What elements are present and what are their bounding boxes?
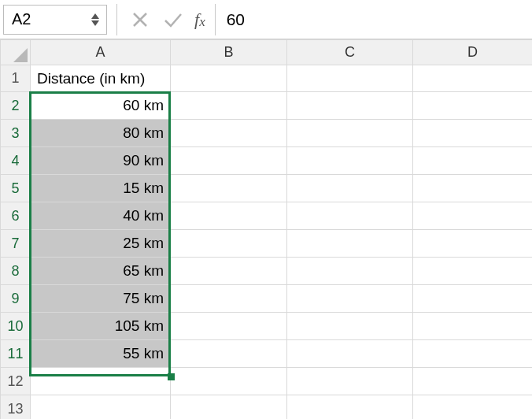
select-all-corner[interactable] bbox=[1, 40, 31, 65]
cell-D11[interactable] bbox=[413, 340, 533, 368]
cell-C4[interactable] bbox=[287, 147, 413, 175]
row-header-4[interactable]: 4 bbox=[1, 147, 31, 175]
row-header-12[interactable]: 12 bbox=[1, 368, 31, 395]
close-icon bbox=[131, 11, 149, 28]
cell-B9[interactable] bbox=[171, 285, 287, 313]
cell-A2[interactable]: 60 km bbox=[31, 92, 171, 120]
cell-D4[interactable] bbox=[413, 147, 533, 175]
cell-D1[interactable] bbox=[413, 65, 533, 92]
cell-B4[interactable] bbox=[171, 147, 287, 175]
cell-A7[interactable]: 25 km bbox=[31, 230, 171, 258]
formula-value: 60 bbox=[227, 10, 245, 28]
name-box[interactable]: A2 bbox=[3, 5, 107, 35]
cell-D9[interactable] bbox=[413, 285, 533, 313]
cell-B1[interactable] bbox=[171, 65, 287, 92]
cell-A11[interactable]: 55 km bbox=[31, 340, 171, 368]
cell-A10[interactable]: 105 km bbox=[31, 313, 171, 340]
row-header-3[interactable]: 3 bbox=[1, 120, 31, 147]
cell-D8[interactable] bbox=[413, 258, 533, 285]
cell-A12[interactable] bbox=[31, 368, 171, 395]
cell-D7[interactable] bbox=[413, 230, 533, 258]
row-header-1[interactable]: 1 bbox=[1, 65, 31, 92]
fx-label[interactable]: fx bbox=[194, 9, 205, 30]
row-header-13[interactable]: 13 bbox=[1, 395, 31, 420]
cell-C10[interactable] bbox=[287, 313, 413, 340]
confirm-button[interactable] bbox=[157, 4, 190, 35]
cell-A3[interactable]: 80 km bbox=[31, 120, 171, 147]
name-box-value: A2 bbox=[12, 10, 31, 28]
cell-A6[interactable]: 40 km bbox=[31, 202, 171, 230]
formula-bar: A2 fx 60 bbox=[0, 0, 532, 39]
cell-B13[interactable] bbox=[171, 395, 287, 420]
cell-D3[interactable] bbox=[413, 120, 533, 147]
cell-A9[interactable]: 75 km bbox=[31, 285, 171, 313]
cancel-button[interactable] bbox=[124, 4, 157, 35]
cell-D2[interactable] bbox=[413, 92, 533, 120]
row-header-8[interactable]: 8 bbox=[1, 258, 31, 285]
name-box-stepper[interactable] bbox=[91, 13, 100, 27]
row-header-2[interactable]: 2 bbox=[1, 92, 31, 120]
cell-B10[interactable] bbox=[171, 313, 287, 340]
cell-D13[interactable] bbox=[413, 395, 533, 420]
col-header-D[interactable]: D bbox=[413, 40, 533, 65]
cell-A8[interactable]: 65 km bbox=[31, 258, 171, 285]
row-header-11[interactable]: 11 bbox=[1, 340, 31, 368]
cell-C3[interactable] bbox=[287, 120, 413, 147]
svg-marker-1 bbox=[91, 20, 99, 26]
divider bbox=[116, 4, 117, 35]
cell-C7[interactable] bbox=[287, 230, 413, 258]
cell-C9[interactable] bbox=[287, 285, 413, 313]
fill-handle[interactable] bbox=[168, 373, 175, 380]
cell-C2[interactable] bbox=[287, 92, 413, 120]
cell-A1[interactable]: Distance (in km) bbox=[31, 65, 171, 92]
cell-B8[interactable] bbox=[171, 258, 287, 285]
check-icon bbox=[163, 11, 183, 28]
row-header-10[interactable]: 10 bbox=[1, 313, 31, 340]
cell-B3[interactable] bbox=[171, 120, 287, 147]
cell-C11[interactable] bbox=[287, 340, 413, 368]
cell-D10[interactable] bbox=[413, 313, 533, 340]
col-header-A[interactable]: A bbox=[31, 40, 171, 65]
cell-B12[interactable] bbox=[171, 368, 287, 395]
chevron-down-icon bbox=[91, 20, 100, 27]
cell-C5[interactable] bbox=[287, 175, 413, 202]
cell-B5[interactable] bbox=[171, 175, 287, 202]
cell-D12[interactable] bbox=[413, 368, 533, 395]
cell-B6[interactable] bbox=[171, 202, 287, 230]
cell-C1[interactable] bbox=[287, 65, 413, 92]
row-header-5[interactable]: 5 bbox=[1, 175, 31, 202]
col-header-B[interactable]: B bbox=[171, 40, 287, 65]
cell-B7[interactable] bbox=[171, 230, 287, 258]
col-header-C[interactable]: C bbox=[287, 40, 413, 65]
cell-C8[interactable] bbox=[287, 258, 413, 285]
formula-input[interactable]: 60 bbox=[224, 10, 532, 29]
cell-B11[interactable] bbox=[171, 340, 287, 368]
cell-C13[interactable] bbox=[287, 395, 413, 420]
svg-marker-0 bbox=[91, 13, 99, 19]
chevron-up-icon bbox=[91, 13, 100, 20]
cell-D6[interactable] bbox=[413, 202, 533, 230]
cell-C12[interactable] bbox=[287, 368, 413, 395]
cell-C6[interactable] bbox=[287, 202, 413, 230]
cell-A13[interactable] bbox=[31, 395, 171, 420]
cell-B2[interactable] bbox=[171, 92, 287, 120]
cell-D5[interactable] bbox=[413, 175, 533, 202]
divider bbox=[215, 4, 216, 35]
row-header-9[interactable]: 9 bbox=[1, 285, 31, 313]
cell-A4[interactable]: 90 km bbox=[31, 147, 171, 175]
spreadsheet-grid[interactable]: A B C D 1 Distance (in km) 2 60 km 3 80 … bbox=[0, 39, 532, 419]
row-header-7[interactable]: 7 bbox=[1, 230, 31, 258]
cell-A5[interactable]: 15 km bbox=[31, 175, 171, 202]
row-header-6[interactable]: 6 bbox=[1, 202, 31, 230]
